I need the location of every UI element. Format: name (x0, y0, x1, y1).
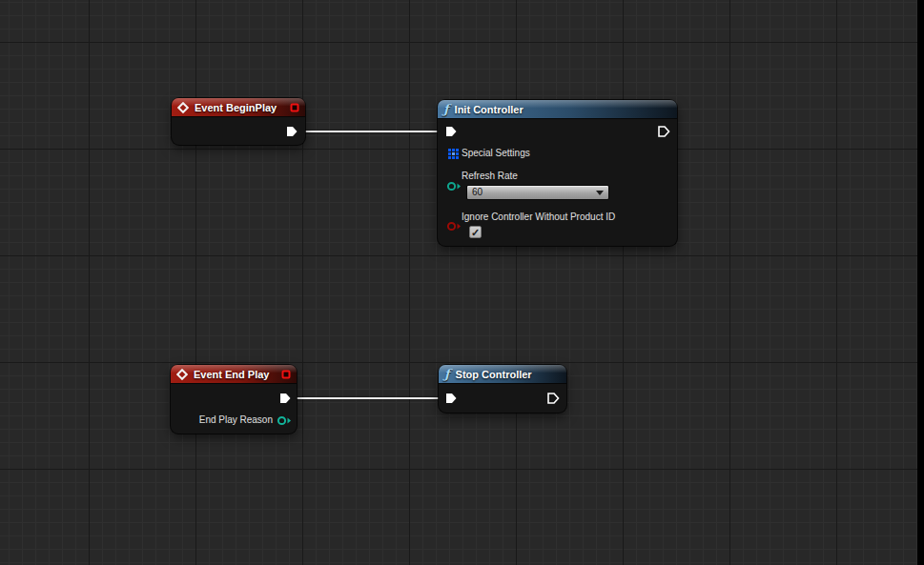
exec-output-pin[interactable] (285, 125, 298, 138)
end-play-reason-output-pin[interactable] (277, 415, 292, 426)
struct-grid-icon (448, 149, 459, 159)
ignore-controller-label: Ignore Controller Without Product ID (462, 212, 615, 223)
function-icon: ƒ (443, 103, 449, 115)
check-icon: ✓ (471, 227, 480, 238)
ignore-controller-checkbox[interactable]: ✓ (469, 226, 482, 238)
end-play-reason-label: End Play Reason (199, 414, 273, 426)
exec-output-pin[interactable] (657, 125, 670, 138)
graph-panel-edge (917, 0, 924, 565)
refresh-rate-label: Refresh Rate (462, 171, 518, 182)
exec-wire-beginplay-to-initcontroller[interactable] (298, 131, 447, 133)
refresh-rate-dropdown[interactable]: 60 (466, 185, 609, 200)
delegate-pin-icon[interactable] (290, 103, 299, 112)
node-title: Event End Play (194, 369, 269, 380)
node-init-controller[interactable]: ƒ Init Controller Special Settings Refre… (438, 100, 677, 246)
node-title: Stop Controller (456, 369, 532, 380)
exec-output-pin[interactable] (278, 392, 292, 405)
node-header[interactable]: ƒ Stop Controller (439, 365, 566, 384)
node-header[interactable]: ƒ Init Controller (438, 100, 677, 119)
function-icon: ƒ (444, 368, 450, 380)
special-settings-label: Special Settings (462, 148, 530, 159)
blueprint-graph-canvas[interactable]: Event BeginPlay ƒ Init Controller (0, 0, 924, 565)
exec-wire-endplay-to-stopcontroller[interactable] (291, 397, 441, 400)
node-event-begin-play[interactable]: Event BeginPlay (172, 98, 305, 145)
node-stop-controller[interactable]: ƒ Stop Controller (439, 365, 566, 413)
refresh-rate-value: 60 (472, 187, 483, 197)
dropdown-arrow-icon (596, 191, 604, 195)
exec-input-pin[interactable] (444, 392, 458, 405)
node-header[interactable]: Event BeginPlay (172, 98, 305, 117)
event-diamond-icon (176, 369, 188, 380)
ignore-controller-bool-pin[interactable] (446, 221, 462, 232)
refresh-rate-input-pin[interactable] (446, 181, 462, 192)
node-header[interactable]: Event End Play (171, 365, 297, 384)
delegate-pin-icon[interactable] (281, 370, 291, 379)
exec-input-pin[interactable] (444, 125, 458, 138)
node-title: Event BeginPlay (195, 102, 277, 113)
node-title: Init Controller (455, 104, 524, 115)
event-diamond-icon (177, 102, 189, 113)
exec-output-pin[interactable] (546, 392, 560, 405)
node-event-end-play[interactable]: Event End Play End Play Reason (171, 365, 297, 434)
